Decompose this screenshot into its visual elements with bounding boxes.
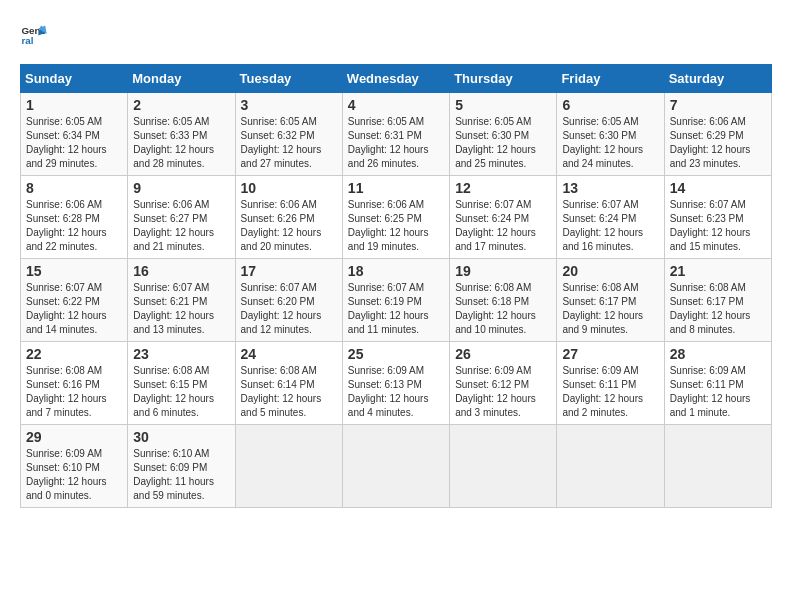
header-sunday: Sunday (21, 65, 128, 93)
header-saturday: Saturday (664, 65, 771, 93)
day-number: 1 (26, 97, 122, 113)
cell-info: Sunrise: 6:08 AMSunset: 6:18 PMDaylight:… (455, 281, 551, 337)
cell-info: Sunrise: 6:06 AMSunset: 6:29 PMDaylight:… (670, 115, 766, 171)
calendar-cell: 16Sunrise: 6:07 AMSunset: 6:21 PMDayligh… (128, 259, 235, 342)
day-number: 12 (455, 180, 551, 196)
calendar-cell: 7Sunrise: 6:06 AMSunset: 6:29 PMDaylight… (664, 93, 771, 176)
day-number: 17 (241, 263, 337, 279)
day-number: 3 (241, 97, 337, 113)
day-number: 4 (348, 97, 444, 113)
calendar-cell: 1Sunrise: 6:05 AMSunset: 6:34 PMDaylight… (21, 93, 128, 176)
cell-info: Sunrise: 6:09 AMSunset: 6:11 PMDaylight:… (562, 364, 658, 420)
calendar-cell (557, 425, 664, 508)
day-number: 29 (26, 429, 122, 445)
cell-info: Sunrise: 6:07 AMSunset: 6:23 PMDaylight:… (670, 198, 766, 254)
day-number: 25 (348, 346, 444, 362)
logo: Gene ral (20, 20, 52, 48)
cell-info: Sunrise: 6:08 AMSunset: 6:17 PMDaylight:… (670, 281, 766, 337)
calendar-cell: 8Sunrise: 6:06 AMSunset: 6:28 PMDaylight… (21, 176, 128, 259)
calendar-cell: 20Sunrise: 6:08 AMSunset: 6:17 PMDayligh… (557, 259, 664, 342)
calendar-cell: 3Sunrise: 6:05 AMSunset: 6:32 PMDaylight… (235, 93, 342, 176)
days-header-row: Sunday Monday Tuesday Wednesday Thursday… (21, 65, 772, 93)
calendar-cell: 9Sunrise: 6:06 AMSunset: 6:27 PMDaylight… (128, 176, 235, 259)
calendar-cell: 17Sunrise: 6:07 AMSunset: 6:20 PMDayligh… (235, 259, 342, 342)
header-friday: Friday (557, 65, 664, 93)
calendar-cell: 19Sunrise: 6:08 AMSunset: 6:18 PMDayligh… (450, 259, 557, 342)
cell-info: Sunrise: 6:05 AMSunset: 6:31 PMDaylight:… (348, 115, 444, 171)
day-number: 14 (670, 180, 766, 196)
calendar-cell: 25Sunrise: 6:09 AMSunset: 6:13 PMDayligh… (342, 342, 449, 425)
day-number: 30 (133, 429, 229, 445)
calendar-body: 1Sunrise: 6:05 AMSunset: 6:34 PMDaylight… (21, 93, 772, 508)
cell-info: Sunrise: 6:05 AMSunset: 6:34 PMDaylight:… (26, 115, 122, 171)
calendar-cell: 4Sunrise: 6:05 AMSunset: 6:31 PMDaylight… (342, 93, 449, 176)
calendar-cell (235, 425, 342, 508)
day-number: 9 (133, 180, 229, 196)
cell-info: Sunrise: 6:07 AMSunset: 6:20 PMDaylight:… (241, 281, 337, 337)
calendar-cell: 5Sunrise: 6:05 AMSunset: 6:30 PMDaylight… (450, 93, 557, 176)
cell-info: Sunrise: 6:05 AMSunset: 6:30 PMDaylight:… (562, 115, 658, 171)
calendar-cell: 10Sunrise: 6:06 AMSunset: 6:26 PMDayligh… (235, 176, 342, 259)
day-number: 18 (348, 263, 444, 279)
header-tuesday: Tuesday (235, 65, 342, 93)
day-number: 21 (670, 263, 766, 279)
cell-info: Sunrise: 6:09 AMSunset: 6:11 PMDaylight:… (670, 364, 766, 420)
cell-info: Sunrise: 6:09 AMSunset: 6:12 PMDaylight:… (455, 364, 551, 420)
cell-info: Sunrise: 6:07 AMSunset: 6:24 PMDaylight:… (562, 198, 658, 254)
page-header: Gene ral (20, 20, 772, 48)
cell-info: Sunrise: 6:06 AMSunset: 6:28 PMDaylight:… (26, 198, 122, 254)
calendar-cell: 27Sunrise: 6:09 AMSunset: 6:11 PMDayligh… (557, 342, 664, 425)
calendar-cell: 23Sunrise: 6:08 AMSunset: 6:15 PMDayligh… (128, 342, 235, 425)
day-number: 6 (562, 97, 658, 113)
header-thursday: Thursday (450, 65, 557, 93)
day-number: 28 (670, 346, 766, 362)
day-number: 27 (562, 346, 658, 362)
calendar-cell: 18Sunrise: 6:07 AMSunset: 6:19 PMDayligh… (342, 259, 449, 342)
header-wednesday: Wednesday (342, 65, 449, 93)
day-number: 20 (562, 263, 658, 279)
day-number: 23 (133, 346, 229, 362)
day-number: 24 (241, 346, 337, 362)
calendar-cell: 14Sunrise: 6:07 AMSunset: 6:23 PMDayligh… (664, 176, 771, 259)
calendar-cell: 6Sunrise: 6:05 AMSunset: 6:30 PMDaylight… (557, 93, 664, 176)
calendar-cell: 28Sunrise: 6:09 AMSunset: 6:11 PMDayligh… (664, 342, 771, 425)
day-number: 13 (562, 180, 658, 196)
calendar-week-row: 29Sunrise: 6:09 AMSunset: 6:10 PMDayligh… (21, 425, 772, 508)
day-number: 19 (455, 263, 551, 279)
day-number: 8 (26, 180, 122, 196)
day-number: 15 (26, 263, 122, 279)
calendar-cell: 12Sunrise: 6:07 AMSunset: 6:24 PMDayligh… (450, 176, 557, 259)
cell-info: Sunrise: 6:08 AMSunset: 6:15 PMDaylight:… (133, 364, 229, 420)
calendar-week-row: 15Sunrise: 6:07 AMSunset: 6:22 PMDayligh… (21, 259, 772, 342)
calendar-cell: 2Sunrise: 6:05 AMSunset: 6:33 PMDaylight… (128, 93, 235, 176)
cell-info: Sunrise: 6:05 AMSunset: 6:30 PMDaylight:… (455, 115, 551, 171)
logo-icon: Gene ral (20, 20, 48, 48)
day-number: 26 (455, 346, 551, 362)
cell-info: Sunrise: 6:07 AMSunset: 6:24 PMDaylight:… (455, 198, 551, 254)
day-number: 2 (133, 97, 229, 113)
calendar-cell: 24Sunrise: 6:08 AMSunset: 6:14 PMDayligh… (235, 342, 342, 425)
cell-info: Sunrise: 6:08 AMSunset: 6:14 PMDaylight:… (241, 364, 337, 420)
cell-info: Sunrise: 6:07 AMSunset: 6:19 PMDaylight:… (348, 281, 444, 337)
calendar-cell: 11Sunrise: 6:06 AMSunset: 6:25 PMDayligh… (342, 176, 449, 259)
calendar-table: Sunday Monday Tuesday Wednesday Thursday… (20, 64, 772, 508)
day-number: 11 (348, 180, 444, 196)
cell-info: Sunrise: 6:10 AMSunset: 6:09 PMDaylight:… (133, 447, 229, 503)
cell-info: Sunrise: 6:09 AMSunset: 6:13 PMDaylight:… (348, 364, 444, 420)
day-number: 7 (670, 97, 766, 113)
calendar-cell: 30Sunrise: 6:10 AMSunset: 6:09 PMDayligh… (128, 425, 235, 508)
cell-info: Sunrise: 6:08 AMSunset: 6:16 PMDaylight:… (26, 364, 122, 420)
cell-info: Sunrise: 6:06 AMSunset: 6:27 PMDaylight:… (133, 198, 229, 254)
cell-info: Sunrise: 6:07 AMSunset: 6:21 PMDaylight:… (133, 281, 229, 337)
calendar-cell (450, 425, 557, 508)
day-number: 10 (241, 180, 337, 196)
cell-info: Sunrise: 6:06 AMSunset: 6:26 PMDaylight:… (241, 198, 337, 254)
calendar-week-row: 8Sunrise: 6:06 AMSunset: 6:28 PMDaylight… (21, 176, 772, 259)
day-number: 5 (455, 97, 551, 113)
calendar-week-row: 22Sunrise: 6:08 AMSunset: 6:16 PMDayligh… (21, 342, 772, 425)
cell-info: Sunrise: 6:08 AMSunset: 6:17 PMDaylight:… (562, 281, 658, 337)
calendar-cell: 21Sunrise: 6:08 AMSunset: 6:17 PMDayligh… (664, 259, 771, 342)
calendar-cell: 29Sunrise: 6:09 AMSunset: 6:10 PMDayligh… (21, 425, 128, 508)
cell-info: Sunrise: 6:07 AMSunset: 6:22 PMDaylight:… (26, 281, 122, 337)
calendar-cell (664, 425, 771, 508)
